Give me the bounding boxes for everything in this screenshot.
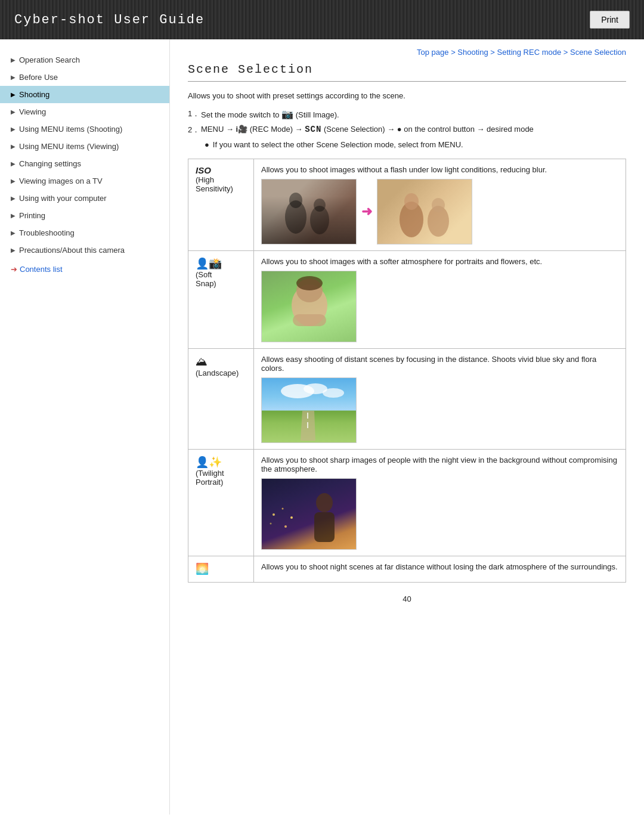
table-row: ⛰ (Landscape) Allows easy shooting of di…: [188, 349, 626, 450]
night-label-cell: 🌅: [188, 556, 254, 583]
page-title: Scene Selection: [188, 63, 626, 82]
sidebar-item-changing-settings[interactable]: ▶Changing settings: [0, 155, 169, 172]
sidebar-item-label: Printing: [19, 211, 45, 220]
app-title: Cyber-shot User Guide: [14, 13, 205, 27]
breadcrumb-shooting[interactable]: Shooting: [457, 48, 488, 57]
svg-point-7: [432, 198, 445, 212]
svg-point-5: [404, 193, 419, 210]
iso-after-image: [377, 179, 472, 244]
soft-snap-label-cell: 👤📸 (SoftSnap): [188, 251, 254, 349]
bullet-text: If you want to select the other Scene Se…: [213, 140, 463, 149]
soft-snap-content-cell: Allows you to shoot images with a softer…: [254, 251, 626, 349]
sidebar-item-using-menu-items-viewing[interactable]: ▶Using MENU items (Viewing): [0, 138, 169, 155]
breadcrumb: Top page > Shooting > Setting REC mode >…: [188, 39, 626, 63]
twilight-portrait-image-row: [261, 478, 618, 550]
breadcrumb-current: Scene Selection: [570, 48, 626, 57]
breadcrumb-sep2: >: [490, 48, 497, 57]
sidebar-item-shooting[interactable]: ▶Shooting: [0, 86, 169, 103]
sidebar-arrow-icon: ▶: [11, 57, 16, 63]
soft-snap-description: Allows you to shoot images with a softer…: [261, 257, 618, 266]
page-description: Allows you to shoot with preset settings…: [188, 91, 626, 100]
twilight-portrait-label: (TwilightPortrait): [196, 469, 246, 487]
night-content-cell: Allows you to shoot night scenes at far …: [254, 556, 626, 583]
iso-icon: ISO: [196, 165, 211, 175]
svg-point-10: [296, 276, 323, 290]
iso-label-cell: ISO (HighSensitivity): [188, 159, 254, 251]
step-2-num: 2．: [188, 125, 201, 135]
sidebar-item-using-menu-items-shooting[interactable]: ▶Using MENU items (Shooting): [0, 120, 169, 138]
step-2: 2． MENU → i🎥 (REC Mode) → SCN (Scene Sel…: [188, 125, 626, 135]
page-number: 40: [188, 594, 626, 603]
iso-description: Allows you to shoot images without a fla…: [261, 165, 618, 174]
sidebar-item-viewing-images-on-a-tv[interactable]: ▶Viewing images on a TV: [0, 172, 169, 190]
landscape-description: Allows easy shooting of distant scenes b…: [261, 355, 618, 373]
svg-point-18: [273, 513, 275, 516]
sidebar-item-label: Viewing: [19, 107, 46, 116]
twilight-portrait-description: Allows you to shoot sharp images of peop…: [261, 456, 618, 473]
svg-point-14: [323, 388, 344, 398]
svg-point-22: [284, 525, 287, 528]
twilight-svg: [262, 479, 354, 547]
breadcrumb-top[interactable]: Top page: [417, 48, 449, 57]
twilight-portrait-content-cell: Allows you to shoot sharp images of peop…: [254, 450, 626, 556]
steps-section: 1． Set the mode switch to 📷 (Still Image…: [188, 109, 626, 149]
irec-icon: i🎥: [236, 125, 248, 134]
main-content: Top page > Shooting > Setting REC mode >…: [170, 39, 644, 815]
landscape-label-cell: ⛰ (Landscape): [188, 349, 254, 450]
table-row: 👤✨ (TwilightPortrait) Allows you to shoo…: [188, 450, 626, 556]
iso-image-row: ➜: [261, 179, 618, 244]
after-people-svg: [379, 181, 471, 243]
breadcrumb-sep1: >: [451, 48, 457, 57]
sidebar-arrow-icon: ▶: [11, 178, 16, 184]
sidebar-item-using-with-your-computer[interactable]: ▶Using with your computer: [0, 190, 169, 207]
svg-point-1: [289, 193, 302, 208]
print-button[interactable]: Print: [590, 11, 630, 29]
landscape-image: [261, 377, 357, 443]
night-description: Allows you to shoot night scenes at far …: [261, 562, 618, 571]
step-1-text: Set the mode switch to 📷 (Still Image).: [201, 109, 339, 120]
soft-snap-image-row: [261, 271, 618, 342]
soft-snap-label: (SoftSnap): [196, 270, 246, 288]
table-row: 🌅 Allows you to shoot night scenes at fa…: [188, 556, 626, 583]
step-2-text: MENU → i🎥 (REC Mode) → SCN (Scene Select…: [201, 125, 534, 134]
before-people-svg: [263, 181, 355, 244]
scn-icon: SCN: [305, 125, 321, 134]
sidebar-arrow-icon: ▶: [11, 143, 16, 150]
scene-table: ISO (HighSensitivity) Allows you to shoo…: [188, 159, 626, 583]
soft-snap-image: [261, 271, 357, 342]
sidebar-arrow-icon: ▶: [11, 230, 16, 236]
sidebar-arrow-icon: ▶: [11, 195, 16, 202]
sidebar-item-viewing[interactable]: ▶Viewing: [0, 103, 169, 120]
contents-arrow-icon: ➔: [11, 265, 17, 274]
svg-point-20: [290, 516, 293, 519]
breadcrumb-sep3: >: [564, 48, 570, 57]
step-1: 1． Set the mode switch to 📷 (Still Image…: [188, 109, 626, 120]
night-icon: 🌅: [196, 563, 209, 575]
twilight-portrait-label-cell: 👤✨ (TwilightPortrait): [188, 450, 254, 556]
sidebar-item-precautions/about-this-camera[interactable]: ▶Precautions/About this camera: [0, 241, 169, 259]
breadcrumb-rec-mode[interactable]: Setting REC mode: [497, 48, 562, 57]
contents-list-link[interactable]: ➔ Contents list: [0, 259, 169, 278]
svg-point-3: [314, 199, 326, 212]
sidebar-item-label: Viewing images on a TV: [19, 176, 103, 185]
sidebar-arrow-icon: ▶: [11, 109, 16, 115]
table-row: ISO (HighSensitivity) Allows you to shoo…: [188, 159, 626, 251]
contents-list-label: Contents list: [20, 265, 63, 274]
sidebar: ▶Operation Search▶Before Use▶Shooting▶Vi…: [0, 39, 170, 815]
step-2-bullet: ● If you want to select the other Scene …: [205, 140, 626, 149]
sidebar-item-before-use[interactable]: ▶Before Use: [0, 69, 169, 86]
sidebar-item-printing[interactable]: ▶Printing: [0, 207, 169, 224]
sidebar-item-label: Operation Search: [19, 55, 80, 64]
landscape-image-row: [261, 377, 618, 443]
landscape-icon: ⛰: [196, 355, 246, 368]
header: Cyber-shot User Guide Print: [0, 0, 644, 39]
before-after-arrow-icon: ➜: [361, 204, 372, 219]
iso-icon-label: ISO (HighSensitivity): [196, 165, 246, 193]
svg-point-19: [282, 508, 284, 510]
landscape-label: (Landscape): [196, 368, 246, 377]
sidebar-item-label: Troubleshooting: [19, 228, 75, 237]
sidebar-item-operation-search[interactable]: ▶Operation Search: [0, 51, 169, 69]
sidebar-item-label: Precautions/About this camera: [19, 246, 125, 255]
sidebar-item-troubleshooting[interactable]: ▶Troubleshooting: [0, 224, 169, 241]
sidebar-arrow-icon: ▶: [11, 212, 16, 219]
